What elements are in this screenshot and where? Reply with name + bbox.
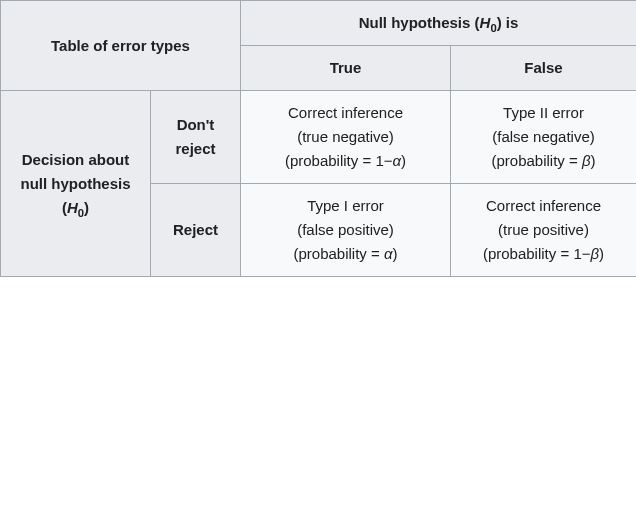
dont-reject-label: Don't reject [175,116,215,157]
cell-reject-true: Type I error (false positive) (probabili… [241,184,451,277]
rt-line3: (probability = α) [249,242,442,266]
col-true-label: True [330,59,362,76]
drf-line3: (probability = β) [459,149,628,173]
rf-line1: Correct inference [459,194,628,218]
drf-line2: (false negative) [459,125,628,149]
error-types-table: Table of error types Null hypothesis (H0… [0,0,636,277]
col-header-true: True [241,46,451,91]
drf-line1: Type II error [459,101,628,125]
nh-suffix: ) is [497,14,519,31]
drt-line1: Correct inference [249,101,442,125]
null-hypothesis-header: Null hypothesis (H0) is [241,1,637,46]
col-header-false: False [451,46,637,91]
row-header-reject: Reject [151,184,241,277]
cell-dont-reject-false: Type II error (false negative) (probabil… [451,91,637,184]
cell-reject-false: Correct inference (true positive) (proba… [451,184,637,277]
decision-symbol: H [67,199,78,216]
drt-line2: (true negative) [249,125,442,149]
table-title: Table of error types [51,37,190,54]
col-false-label: False [524,59,562,76]
row-header-decision: Decision about null hypothesis (H0) [1,91,151,277]
rt-line1: Type I error [249,194,442,218]
rf-line3: (probability = 1−β) [459,242,628,266]
table-title-cell: Table of error types [1,1,241,91]
rf-line2: (true positive) [459,218,628,242]
nh-symbol: H [480,14,491,31]
drt-line3: (probability = 1−α) [249,149,442,173]
nh-prefix: Null hypothesis ( [359,14,480,31]
decision-suffix: ) [84,199,89,216]
cell-dont-reject-true: Correct inference (true negative) (proba… [241,91,451,184]
row-header-dont-reject: Don't reject [151,91,241,184]
rt-line2: (false positive) [249,218,442,242]
reject-label: Reject [173,221,218,238]
